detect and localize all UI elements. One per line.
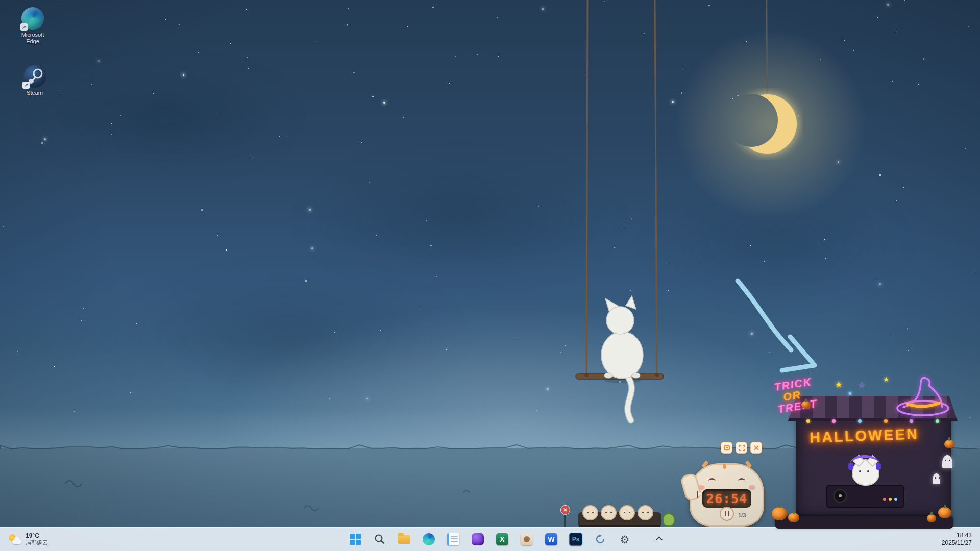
tray-clock[interactable]: 18:43 2025/11/27 (939, 532, 975, 547)
halloween-widget[interactable]: HALLOWEEN TRICK OR TREAT ★ ★ ☆ ★ (775, 379, 953, 529)
tray-expand-chevron-icon[interactable] (655, 535, 663, 542)
desktop-icon-label: Steam (13, 90, 56, 96)
desktop-icon-steam[interactable]: ↗ Steam (13, 65, 56, 96)
star-icon: ★ (835, 380, 842, 389)
mini-cat-icon (619, 505, 635, 520)
notepad-button[interactable] (444, 530, 463, 549)
excel-icon: X (496, 533, 508, 545)
music-app-icon (472, 533, 484, 545)
mini-cat-icon (638, 505, 653, 520)
dj-turntable (826, 485, 904, 508)
star-icon: ★ (883, 375, 889, 383)
parade-close-button[interactable]: ✕ (560, 505, 570, 515)
music-app-button[interactable] (468, 530, 487, 549)
tray-date: 2025/11/27 (942, 539, 972, 547)
gear-icon: ⚙ (620, 534, 630, 545)
weather-temperature: 19°C (26, 533, 48, 539)
timer-progress: 1/3 (738, 512, 746, 518)
cat-parade-widget[interactable]: ✕ (559, 502, 684, 529)
folder-icon (398, 535, 410, 544)
desktop-icon-label: Microsoft Edge (11, 32, 54, 45)
ghost-icon (933, 473, 940, 484)
word-icon: W (545, 533, 557, 545)
weather-widget[interactable]: 19°C 局部多云 (4, 528, 52, 551)
shortcut-arrow-icon: ↗ (22, 82, 30, 89)
cat-clock-body: 26:54 1/3 (687, 460, 764, 528)
parade-buddy-icon (663, 513, 675, 527)
timer-time: 26:54 (706, 491, 747, 506)
search-button[interactable] (370, 530, 389, 549)
pause-button[interactable] (720, 507, 734, 521)
taskbar: 19°C 局部多云 (0, 527, 980, 551)
mini-cat-icon (582, 505, 598, 520)
excel-button[interactable]: X (493, 530, 512, 549)
parade-bench (578, 512, 661, 528)
cat-timer-widget[interactable]: 26:54 1/3 (687, 442, 764, 528)
widget-expand-button[interactable] (736, 442, 747, 454)
photoshop-icon: Ps (569, 533, 582, 546)
timer-display: 26:54 (702, 489, 751, 508)
word-button[interactable]: W (542, 530, 561, 549)
trick-or-treat-text: TRICK OR TREAT (773, 375, 818, 415)
pumpkin-icon (938, 507, 951, 518)
pumpkin-icon (801, 401, 811, 409)
file-explorer-button[interactable] (395, 530, 414, 549)
widget-close-button[interactable] (750, 442, 762, 454)
pumpkin-icon (788, 513, 799, 522)
sync-icon (595, 534, 606, 545)
start-button[interactable] (346, 530, 365, 549)
dj-cat (823, 459, 905, 508)
widget-mode-button[interactable] (721, 442, 732, 454)
pumpkin-icon (944, 440, 954, 448)
star-icon: ☆ (859, 381, 865, 389)
ghost-icon (942, 455, 952, 468)
star-icon: ★ (847, 390, 853, 397)
notepad-icon (447, 533, 459, 545)
edge-icon (423, 533, 435, 545)
weather-condition: 局部多云 (26, 539, 48, 546)
settings-button[interactable]: ⚙ (615, 530, 634, 549)
sticker-app-button[interactable] (517, 530, 536, 549)
desktop: ↗ Microsoft Edge ↗ Steam HALLOWE (0, 0, 980, 551)
desktop-icon-edge[interactable]: ↗ Microsoft Edge (11, 7, 54, 45)
photoshop-button[interactable]: Ps (566, 530, 585, 549)
flag-icon (697, 491, 698, 498)
sticker-app-icon (521, 533, 533, 545)
mini-cat-icon (601, 505, 617, 520)
pumpkin-icon (927, 514, 936, 522)
edge-button[interactable] (419, 530, 438, 549)
pumpkin-icon (772, 507, 787, 520)
widget-controls (721, 442, 762, 454)
signpost: ✕ (564, 511, 566, 527)
sync-app-button[interactable] (591, 530, 610, 549)
tray-time: 18:43 (942, 532, 972, 539)
search-icon (374, 534, 385, 545)
weather-icon (8, 534, 21, 545)
witch-hat-icon (890, 371, 957, 420)
windows-logo-icon (350, 534, 361, 545)
shortcut-arrow-icon: ↗ (20, 23, 28, 31)
taskbar-center: X W Ps ⚙ (346, 528, 634, 551)
